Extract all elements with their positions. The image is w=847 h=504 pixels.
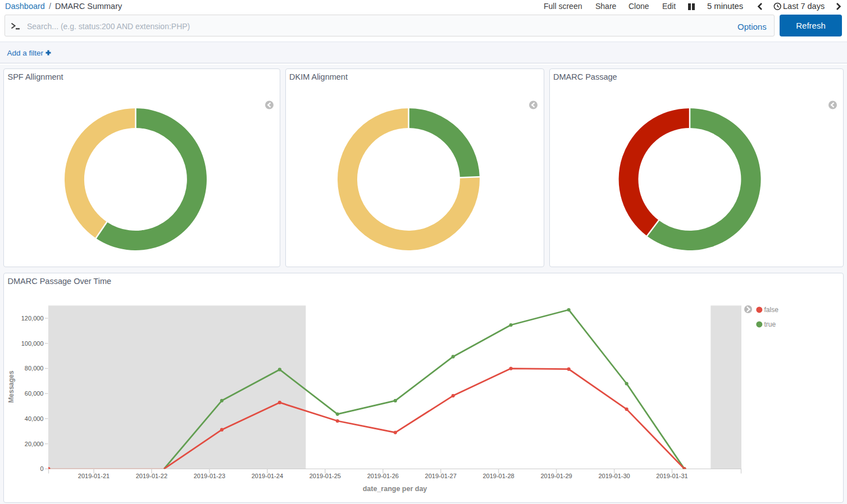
svg-text:120,000: 120,000: [21, 315, 44, 322]
svg-text:2019-01-24: 2019-01-24: [252, 473, 283, 479]
svg-text:true: true: [764, 320, 776, 328]
svg-text:40,000: 40,000: [25, 415, 44, 422]
svg-text:2019-01-29: 2019-01-29: [540, 473, 572, 479]
svg-text:false: false: [764, 306, 779, 314]
svg-text:2019-01-26: 2019-01-26: [367, 473, 399, 479]
svg-text:date_range per day: date_range per day: [363, 485, 427, 493]
svg-text:2019-01-27: 2019-01-27: [425, 473, 457, 479]
svg-text:100,000: 100,000: [21, 340, 44, 347]
svg-text:20,000: 20,000: [25, 441, 44, 447]
svg-text:2019-01-25: 2019-01-25: [309, 473, 341, 479]
svg-text:80,000: 80,000: [25, 365, 44, 372]
svg-text:2019-01-30: 2019-01-30: [598, 473, 630, 479]
svg-text:2019-01-22: 2019-01-22: [136, 473, 167, 479]
svg-text:2019-01-28: 2019-01-28: [482, 473, 514, 479]
svg-text:2019-01-31: 2019-01-31: [656, 473, 687, 479]
svg-text:0: 0: [40, 465, 43, 472]
svg-text:Messages: Messages: [7, 370, 15, 403]
svg-text:2019-01-23: 2019-01-23: [194, 473, 225, 479]
svg-text:2019-01-21: 2019-01-21: [78, 473, 110, 479]
svg-text:60,000: 60,000: [25, 390, 44, 397]
